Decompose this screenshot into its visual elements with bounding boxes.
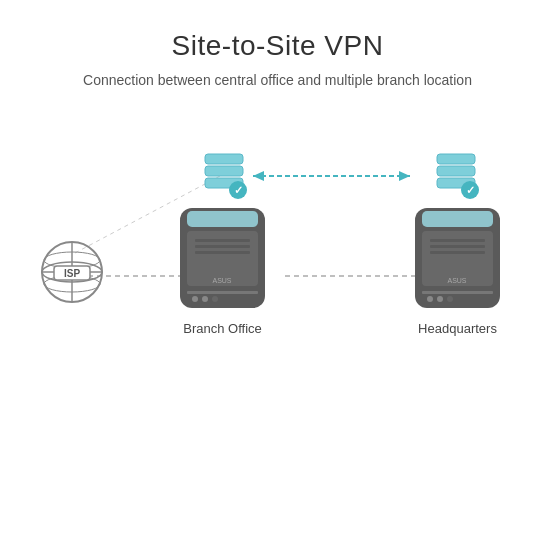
- svg-rect-41: [422, 291, 493, 294]
- svg-text:✓: ✓: [234, 184, 243, 196]
- svg-marker-5: [399, 171, 410, 181]
- svg-point-40: [447, 296, 453, 302]
- svg-rect-43: [430, 245, 485, 248]
- branch-label: Branch Office: [183, 321, 262, 336]
- router-hq: ASUS Headquarters: [410, 203, 505, 336]
- diagram: ISP ✓ ✓: [20, 128, 535, 448]
- svg-rect-25: [187, 211, 258, 227]
- hq-label: Headquarters: [418, 321, 497, 336]
- globe-svg: ISP: [38, 238, 106, 306]
- isp-globe: ISP: [38, 238, 106, 306]
- page-subtitle: Connection between central office and mu…: [83, 72, 472, 88]
- svg-rect-15: [205, 166, 243, 176]
- svg-rect-44: [430, 251, 485, 254]
- svg-text:ISP: ISP: [64, 268, 80, 279]
- svg-rect-33: [195, 251, 250, 254]
- vpn-server-hq-svg: ✓: [434, 150, 480, 200]
- svg-point-39: [437, 296, 443, 302]
- svg-rect-30: [187, 291, 258, 294]
- vpn-server-hq: ✓: [434, 150, 480, 200]
- svg-rect-19: [437, 154, 475, 164]
- svg-point-29: [212, 296, 218, 302]
- svg-point-38: [427, 296, 433, 302]
- svg-text:✓: ✓: [466, 184, 475, 196]
- svg-rect-42: [430, 239, 485, 242]
- svg-point-27: [192, 296, 198, 302]
- page: Site-to-Site VPN Connection between cent…: [0, 0, 555, 555]
- svg-rect-20: [437, 166, 475, 176]
- svg-rect-36: [422, 211, 493, 227]
- svg-rect-31: [195, 239, 250, 242]
- svg-marker-4: [253, 171, 264, 181]
- vpn-server-branch: ✓: [202, 150, 248, 200]
- svg-point-28: [202, 296, 208, 302]
- svg-text:ASUS: ASUS: [212, 277, 231, 284]
- router-hq-svg: ASUS: [410, 203, 505, 313]
- page-title: Site-to-Site VPN: [172, 30, 384, 62]
- svg-rect-32: [195, 245, 250, 248]
- vpn-server-branch-svg: ✓: [202, 150, 248, 200]
- svg-rect-14: [205, 154, 243, 164]
- router-branch-svg: ASUS: [175, 203, 270, 313]
- svg-text:ASUS: ASUS: [447, 277, 466, 284]
- router-branch: ASUS Branch Office: [175, 203, 270, 336]
